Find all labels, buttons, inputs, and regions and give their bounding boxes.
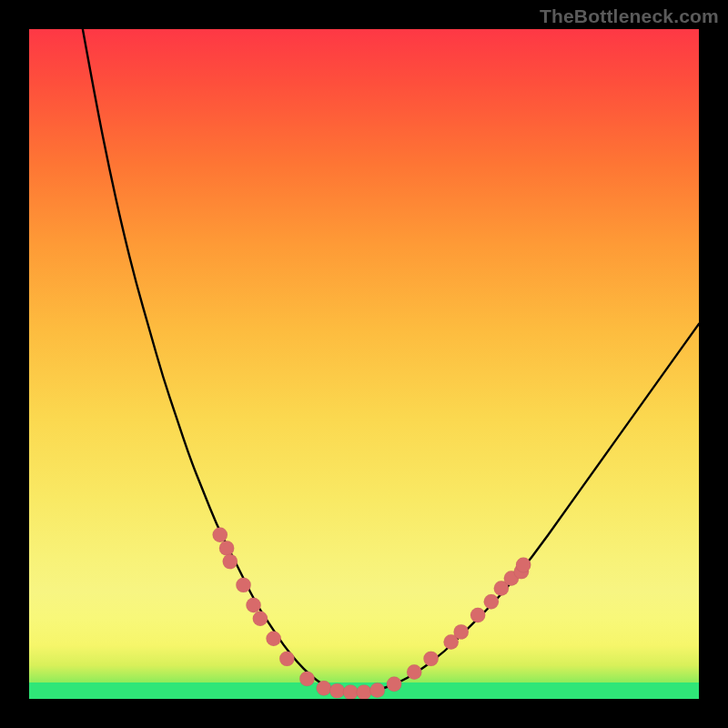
data-marker — [223, 554, 238, 569]
data-marker — [423, 652, 438, 666]
watermark-text: TheBottleneck.com — [540, 5, 719, 27]
data-marker — [246, 598, 260, 612]
data-marker — [454, 624, 469, 639]
data-marker — [317, 681, 331, 695]
data-marker — [484, 594, 499, 609]
data-marker — [279, 652, 294, 666]
data-marker — [253, 611, 268, 625]
data-marker — [343, 684, 358, 699]
data-marker — [387, 677, 401, 692]
marker-layer — [213, 527, 531, 699]
chart-stage: TheBottleneck.com — [0, 0, 728, 728]
data-marker — [516, 558, 531, 572]
data-marker — [329, 683, 344, 698]
data-marker — [357, 684, 371, 699]
data-marker — [407, 664, 421, 679]
data-marker — [266, 632, 280, 646]
bottleneck-curve — [83, 29, 699, 693]
chart-svg — [29, 29, 699, 699]
data-marker — [470, 608, 485, 622]
data-marker — [213, 527, 228, 541]
data-marker — [370, 682, 385, 697]
data-marker — [299, 672, 314, 686]
plot-area — [29, 29, 699, 699]
data-marker — [236, 578, 250, 592]
data-marker — [219, 541, 234, 555]
